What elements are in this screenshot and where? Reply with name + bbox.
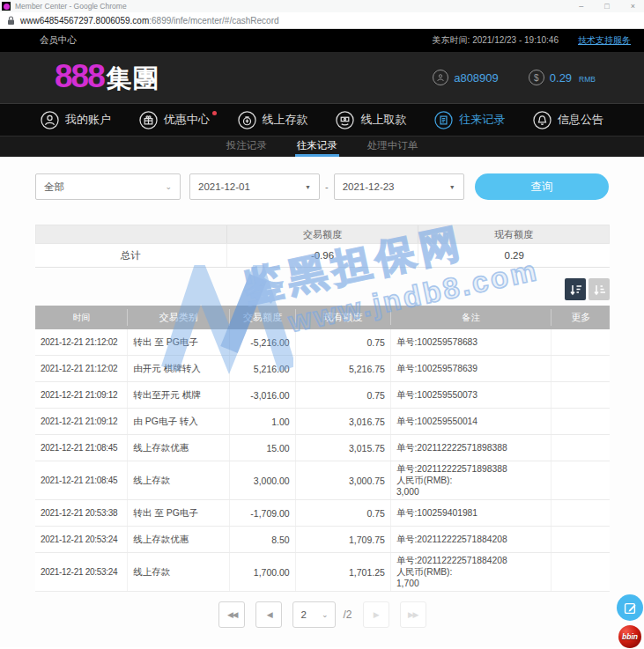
cell-time: 2021-12-21 21:12:02 <box>35 329 127 355</box>
main-nav: 我的账户 优惠中心 线上存款 线上取款 往来记录 信息公告 <box>0 103 644 136</box>
tab-bet-records[interactable]: 投注记录 <box>225 136 269 157</box>
cell-amount: -3,016.00 <box>229 382 294 408</box>
browser-titlebar: Member Center - Google Chrome – □ × <box>0 0 644 12</box>
nav-item-online-deposit[interactable]: 线上存款 <box>238 111 308 129</box>
total-pages: /2 <box>343 608 352 621</box>
table-row: 2021-12-21 21:12:02 由开元 棋牌转入 5,216.00 5,… <box>35 356 610 382</box>
address-bar[interactable]: www64854567297.8006059.com:6899/infe/mce… <box>0 12 644 29</box>
cell-more <box>551 553 610 591</box>
cell-type: 线上存款 <box>127 461 229 499</box>
deposit-icon <box>238 111 256 129</box>
cell-time: 2021-12-21 21:09:12 <box>35 409 127 434</box>
username-chip[interactable]: a808909 <box>433 70 499 85</box>
col-header-type: 交易类别 <box>127 309 229 326</box>
cell-type: 由 PG电子 转入 <box>127 409 229 434</box>
nav-item-announcements[interactable]: 信息公告 <box>533 111 603 129</box>
table-row: 2021-12-21 20:53:38 转出 至 PG电子 -1,709.00 … <box>35 500 610 527</box>
sort-descending-button[interactable] <box>565 278 586 300</box>
summary-transaction-amount: -0.96 <box>226 244 418 267</box>
first-page-button[interactable]: ◀◀ <box>218 601 245 628</box>
tab-transaction-records[interactable]: 往来记录 <box>295 136 339 157</box>
cell-more <box>551 527 610 552</box>
nav-item-online-withdrawal[interactable]: 线上取款 <box>336 111 406 129</box>
cell-time: 2021-12-21 21:08:45 <box>35 435 127 461</box>
feedback-button[interactable] <box>617 594 643 621</box>
cell-more <box>551 382 610 408</box>
minimize-button[interactable]: – <box>579 2 583 11</box>
cell-time: 2021-12-21 21:12:02 <box>35 356 127 381</box>
cell-amount: 5,216.00 <box>229 356 294 381</box>
cell-type: 由开元 棋牌转入 <box>127 356 229 381</box>
cell-amount: -5,216.00 <box>229 329 294 355</box>
cell-more <box>551 329 610 355</box>
next-page-button[interactable]: ▶ <box>363 601 389 628</box>
cell-note: 单号:100259578683 <box>390 329 551 355</box>
previous-page-button[interactable]: ◀ <box>255 601 282 628</box>
sort-ascending-icon <box>592 283 606 297</box>
records-table: 时间 交易类别 交易额度 现有额度 备注 更多 2021-12-21 21:12… <box>35 306 610 592</box>
cell-amount: 3,000.00 <box>229 461 294 499</box>
summary-table: 交易额度 现有额度 总计 -0.96 0.29 <box>35 225 610 268</box>
user-avatar-icon <box>433 70 448 85</box>
cell-type: 转出 至 PG电子 <box>127 329 229 355</box>
sort-descending-icon <box>568 283 582 297</box>
tab-pending-orders[interactable]: 处理中订单 <box>366 136 420 157</box>
cell-type: 转出至开元 棋牌 <box>127 382 229 408</box>
cell-balance: 0.75 <box>295 500 390 526</box>
brand-logo[interactable]: 888 集團 <box>55 58 159 97</box>
user-icon <box>41 111 59 129</box>
cell-type: 线上存款优惠 <box>127 435 229 461</box>
col-header-balance: 现有额度 <box>295 309 390 326</box>
date-to-select[interactable]: 2021-12-23 ▼ <box>334 173 464 200</box>
current-page: 2 <box>300 609 306 620</box>
summary-total-label: 总计 <box>35 244 226 267</box>
cell-time: 2021-12-21 21:09:12 <box>35 382 127 408</box>
cell-note: 单号:100259550014 <box>390 409 551 434</box>
search-button[interactable]: 查询 <box>475 173 609 200</box>
date-range-separator: - <box>325 181 329 192</box>
close-button[interactable]: × <box>631 2 635 11</box>
cell-more <box>551 435 610 461</box>
page-select[interactable]: 2 ⌄ <box>292 601 336 628</box>
cell-note: 单号:100259578639 <box>390 356 551 381</box>
nav-item-transaction-records[interactable]: 往来记录 <box>434 111 505 129</box>
balance-amount: 0.29 <box>550 71 572 85</box>
date-from-select[interactable]: 2021-12-01 ▼ <box>189 173 320 200</box>
sort-ascending-button[interactable] <box>588 278 610 300</box>
nav-item-promotions[interactable]: 优惠中心 <box>139 111 210 129</box>
sub-nav: 投注记录 往来记录 处理中订单 <box>0 136 644 157</box>
bbin-badge[interactable]: bbin <box>618 625 641 648</box>
cell-amount: 1.00 <box>229 409 294 434</box>
nav-item-my-account[interactable]: 我的账户 <box>41 111 111 129</box>
table-row: 2021-12-21 20:53:24 线上存款优惠 8.50 1,709.75… <box>35 527 610 553</box>
pagination: ◀◀ ◀ 2 ⌄ /2 ▶ ▶▶ <box>35 601 610 628</box>
cell-balance: 1,709.75 <box>295 527 390 552</box>
url-host: www64854567297.8006059.com <box>20 16 149 26</box>
username: a808909 <box>454 71 499 85</box>
money-icon: $ <box>529 70 544 85</box>
cell-note: 单号:100259550073 <box>390 382 551 408</box>
cell-amount: 8.50 <box>229 527 294 552</box>
tech-support-link[interactable]: 技术支持服务 <box>578 34 631 47</box>
summary-current-amount: 0.29 <box>418 244 610 267</box>
announcement-icon <box>533 111 551 129</box>
window-title: Member Center - Google Chrome <box>15 2 579 11</box>
summary-header-current: 现有额度 <box>418 225 609 243</box>
summary-header-transaction: 交易额度 <box>226 225 418 243</box>
cell-type: 转出 至 PG电子 <box>127 500 229 526</box>
cell-balance: 3,000.75 <box>295 461 390 499</box>
currency-label: RMB <box>579 75 596 84</box>
cell-time: 2021-12-21 20:53:24 <box>35 527 127 552</box>
maximize-button[interactable]: □ <box>604 2 609 11</box>
cell-amount: -1,709.00 <box>229 500 294 526</box>
balance-chip[interactable]: $ 0.29 RMB <box>529 70 596 85</box>
last-page-button[interactable]: ▶▶ <box>400 601 426 628</box>
col-header-note: 备注 <box>390 310 551 325</box>
gift-icon <box>139 111 158 129</box>
type-filter-select[interactable]: 全部 ⌄ <box>35 173 181 200</box>
summary-header-row: 交易额度 现有额度 <box>35 225 610 244</box>
url-path: :6899/infe/mcenter/#/cashRecord <box>149 16 278 26</box>
dropdown-triangle-icon: ▼ <box>305 184 311 190</box>
col-header-more: 更多 <box>551 309 610 326</box>
site-header: 888 集團 a808909 $ 0.29 RMB <box>0 52 644 103</box>
